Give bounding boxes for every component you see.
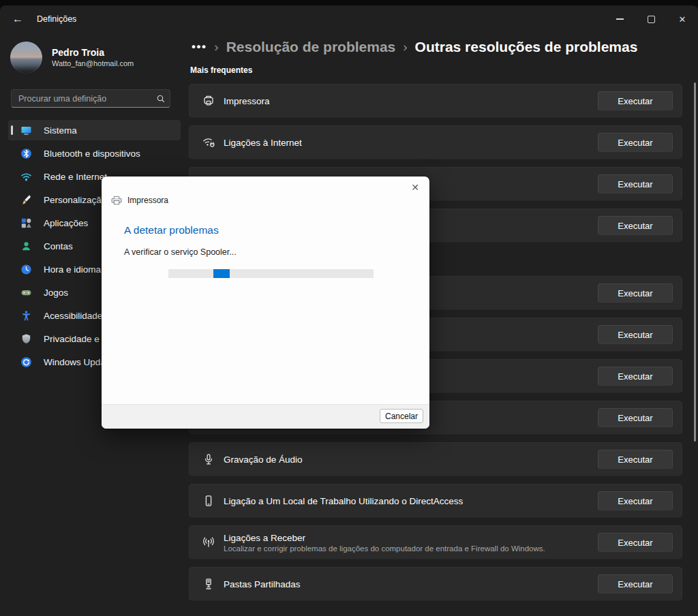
back-arrow-icon: ←	[12, 13, 23, 25]
run-button[interactable]: Executar	[598, 450, 673, 469]
titlebar: ← Definições ✕	[0, 5, 698, 33]
row-sublabel: Localizar e corrigir problemas de ligaçõ…	[224, 544, 545, 553]
run-button[interactable]: Executar	[598, 491, 673, 510]
section-label: Mais frequentes	[190, 65, 682, 76]
microphone-icon	[202, 452, 215, 466]
sidebar-item-label: Jogos	[44, 288, 68, 298]
run-button[interactable]: Executar	[598, 174, 673, 194]
dialog-close-button[interactable]: ✕	[408, 180, 423, 195]
row-label: Ligação a Um Local de Trabalho Utilizand…	[224, 495, 463, 507]
run-button[interactable]: Executar	[598, 91, 673, 110]
sidebar-item-label: Hora e idioma	[44, 264, 101, 275]
run-button[interactable]: Executar	[598, 367, 673, 386]
printer-icon	[202, 94, 215, 108]
run-button[interactable]: Executar	[598, 533, 673, 552]
window-controls: ✕	[604, 5, 698, 33]
close-icon: ✕	[411, 182, 419, 193]
network-icon	[20, 171, 32, 183]
privacy-icon	[20, 333, 32, 345]
accessibility-icon	[20, 310, 32, 322]
run-button[interactable]: Executar	[598, 283, 673, 303]
sidebar-item-label: Bluetooth e dispositivos	[44, 149, 140, 159]
sidebar-item-sistema[interactable]: Sistema	[8, 120, 181, 140]
run-button[interactable]: Executar	[598, 216, 673, 235]
user-profile[interactable]: Pedro Troia Watto_fan@hotmail.com	[10, 42, 134, 74]
row-text: Impressora	[224, 95, 270, 107]
dialog-footer: Cancelar	[102, 404, 429, 429]
troubleshooter-row-ligacoes-a-internet: Ligações à Internet Executar	[189, 125, 682, 159]
profile-text: Pedro Troia Watto_fan@hotmail.com	[52, 47, 134, 68]
row-text: Ligações a Receber Localizar e corrigir …	[224, 532, 545, 553]
incoming-icon	[202, 536, 215, 549]
page-title: Outras resoluções de problemas	[415, 39, 638, 55]
troubleshooter-row-ligacoes-a-receber: Ligações a Receber Localizar e corrigir …	[189, 525, 682, 559]
cancel-button[interactable]: Cancelar	[380, 409, 423, 423]
troubleshooter-row-impressora: Impressora Executar	[189, 84, 682, 118]
desktop: { "titlebar": { "app_title": "Definições…	[0, 0, 698, 616]
internet-icon	[202, 136, 215, 149]
progress-bar-chunk	[213, 269, 230, 278]
close-button[interactable]: ✕	[667, 5, 698, 33]
sidebar-item-label: Aplicações	[44, 218, 88, 228]
breadcrumb-parent[interactable]: Resolução de problemas	[226, 39, 396, 55]
personalization-icon	[20, 194, 32, 206]
run-button[interactable]: Executar	[598, 325, 673, 344]
update-icon	[20, 356, 32, 368]
chevron-right-icon: ›	[403, 39, 407, 55]
dialog-status-text: A verificar o serviço Spooler...	[124, 247, 237, 257]
bluetooth-icon	[20, 148, 32, 159]
sidebar-item-label: Sistema	[44, 125, 77, 136]
progress-bar	[168, 269, 374, 278]
row-text: Ligações à Internet	[224, 137, 302, 149]
apps-icon	[20, 217, 32, 229]
dialog-title: Impressora	[127, 196, 168, 205]
sidebar-item-label: Contas	[44, 241, 73, 251]
close-icon: ✕	[679, 14, 686, 25]
sidebar-item-bluetooth-e-dispositivos[interactable]: Bluetooth e dispositivos	[8, 143, 181, 164]
row-label: Impressora	[224, 95, 270, 107]
gaming-icon	[20, 287, 32, 298]
device-icon	[202, 494, 215, 508]
row-label: Pastas Partilhadas	[224, 579, 301, 590]
sidebar-item-label: Rede e Internet	[44, 172, 107, 182]
troubleshooter-row-gravacao-de-audio: Gravação de Áudio Executar	[189, 442, 682, 476]
troubleshooter-row-ligacao-a-um-local-de-trabalho-utilizando-o-directaccess: Ligação a Um Local de Trabalho Utilizand…	[189, 484, 682, 518]
run-button[interactable]: Executar	[598, 133, 673, 152]
row-text: Pastas Partilhadas	[224, 579, 301, 590]
display-icon	[20, 125, 32, 136]
back-button[interactable]: ←	[4, 7, 31, 31]
row-text: Ligação a Um Local de Trabalho Utilizand…	[224, 495, 463, 507]
search-input[interactable]	[12, 94, 152, 104]
maximize-icon	[648, 16, 655, 23]
row-label: Gravação de Áudio	[224, 454, 303, 465]
avatar	[10, 42, 42, 74]
printer-icon	[111, 196, 122, 205]
row-label: Ligações a Receber	[224, 532, 545, 544]
profile-name: Pedro Troia	[52, 47, 134, 59]
run-button[interactable]: Executar	[598, 408, 673, 427]
selected-indicator	[11, 125, 13, 135]
search-box[interactable]	[11, 89, 170, 108]
search-icon[interactable]	[152, 94, 170, 104]
run-button[interactable]: Executar	[598, 574, 673, 594]
app-title: Definições	[37, 14, 76, 24]
minimize-button[interactable]	[604, 5, 635, 33]
minimize-icon	[616, 18, 624, 19]
troubleshooter-row-pastas-partilhadas: Pastas Partilhadas Executar	[189, 567, 682, 601]
sidebar-item-label: Acessibilidade	[44, 311, 102, 321]
profile-email: Watto_fan@hotmail.com	[52, 59, 134, 68]
breadcrumb: ••• › Resolução de problemas › Outras re…	[192, 37, 698, 57]
scrollbar-thumb[interactable]	[694, 82, 696, 442]
sidebar-item-label: Personalização	[44, 195, 106, 205]
shared-folders-icon	[202, 577, 215, 591]
row-text: Gravação de Áudio	[224, 454, 303, 465]
maximize-button[interactable]	[635, 5, 667, 33]
chevron-right-icon: ›	[214, 39, 218, 55]
dialog-header: Impressora	[111, 196, 168, 205]
dialog-heading: A detetar problemas	[124, 224, 219, 236]
time-icon	[20, 264, 32, 275]
row-label: Ligações à Internet	[224, 137, 302, 149]
breadcrumb-overflow-button[interactable]: •••	[192, 44, 207, 50]
accounts-icon	[20, 241, 32, 252]
troubleshooter-dialog: ✕ Impressora A detetar problemas A verif…	[102, 176, 429, 429]
